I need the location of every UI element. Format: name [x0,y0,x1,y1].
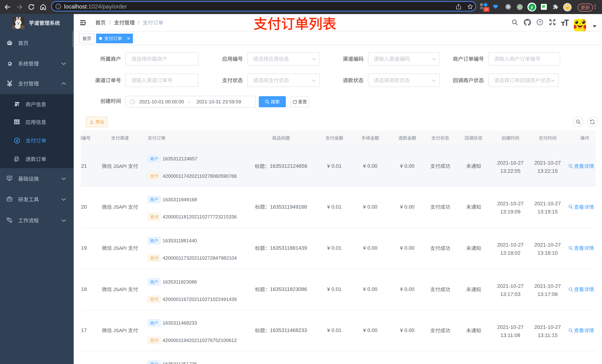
svg-text:¥: ¥ [16,138,18,143]
svg-text:?: ? [539,20,541,24]
